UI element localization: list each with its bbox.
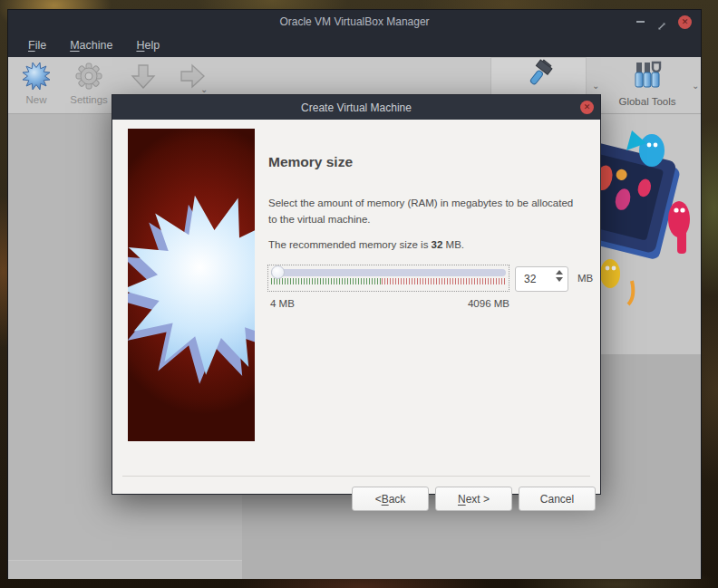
restore-icon[interactable]: [657, 18, 665, 26]
spin-up-icon[interactable]: [556, 270, 563, 275]
memory-slider-ticks: [271, 278, 506, 284]
slider-red-zone: [382, 278, 506, 284]
settings-button-label: Settings: [70, 94, 108, 105]
slider-green-zone: [271, 278, 382, 284]
global-tools-icon: [631, 59, 664, 95]
arrow-down-icon: [129, 59, 158, 93]
memory-value-input[interactable]: [516, 273, 548, 285]
dialog-title: Create Virtual Machine: [301, 101, 412, 114]
recommended-memory-value: 32: [432, 239, 443, 250]
menu-help[interactable]: Help: [136, 39, 160, 52]
next-button[interactable]: Next >: [435, 487, 512, 511]
new-starburst-icon: [21, 59, 52, 93]
menu-bar: File Machine Help: [8, 34, 701, 57]
memory-spinbox: [515, 266, 568, 292]
start-menu-chevron-icon[interactable]: ⌄: [200, 84, 208, 94]
machine-tools-button[interactable]: [490, 57, 587, 95]
menu-machine[interactable]: Machine: [70, 39, 112, 52]
spin-down-icon[interactable]: [556, 277, 563, 282]
settings-button[interactable]: Settings: [63, 59, 115, 111]
memory-slider-track[interactable]: [271, 269, 506, 276]
window-header: Oracle VM VirtualBox Manager ✕ File Ma: [8, 10, 701, 57]
dialog-separator: [122, 476, 590, 477]
machine-tools-chevron-icon[interactable]: ⌄: [592, 81, 599, 91]
slider-range-labels: 4 MB 4096 MB: [270, 298, 509, 309]
gear-icon: [73, 59, 104, 93]
back-button[interactable]: < Back: [352, 487, 429, 511]
memory-description: Select the amount of memory (RAM) in meg…: [268, 196, 577, 228]
new-vm-button[interactable]: New: [10, 59, 63, 111]
close-window-icon[interactable]: ✕: [678, 15, 692, 29]
memory-slider[interactable]: [267, 265, 509, 292]
menu-file[interactable]: File: [28, 39, 46, 52]
window-title: Oracle VM VirtualBox Manager: [279, 15, 429, 28]
vm-list-statusline: [8, 560, 242, 579]
wizard-image-panel: [128, 129, 255, 441]
window-controls: ✕: [636, 10, 692, 34]
create-vm-dialog: Create Virtual Machine ✕ Mem: [112, 94, 601, 495]
page-title: Memory size: [268, 154, 353, 170]
dialog-close-icon[interactable]: ✕: [580, 101, 594, 114]
wrench-hammer-icon: [520, 58, 557, 94]
desktop-wallpaper: Oracle VM VirtualBox Manager ✕ File Ma: [0, 0, 718, 588]
slider-min-label: 4 MB: [270, 298, 295, 309]
memory-unit-label: MB: [577, 273, 593, 284]
global-tools-label: Global Tools: [618, 96, 675, 107]
spinbox-arrows: [556, 270, 563, 282]
slider-max-label: 4096 MB: [468, 298, 509, 309]
global-tools-button[interactable]: Global Tools: [605, 59, 690, 111]
global-tools-chevron-icon[interactable]: ⌄: [692, 81, 699, 91]
minimize-icon[interactable]: [636, 21, 645, 23]
cancel-button[interactable]: Cancel: [519, 487, 596, 511]
memory-slider-handle[interactable]: [271, 265, 285, 279]
dialog-body: Memory size Select the amount of memory …: [112, 120, 600, 495]
new-button-label: New: [25, 94, 46, 105]
dialog-titlebar[interactable]: Create Virtual Machine ✕: [112, 95, 600, 120]
starburst-graphic: [128, 129, 255, 441]
window-titlebar[interactable]: Oracle VM VirtualBox Manager ✕: [8, 10, 701, 34]
recommended-memory-line: The recommended memory size is 32 MB.: [268, 239, 464, 250]
